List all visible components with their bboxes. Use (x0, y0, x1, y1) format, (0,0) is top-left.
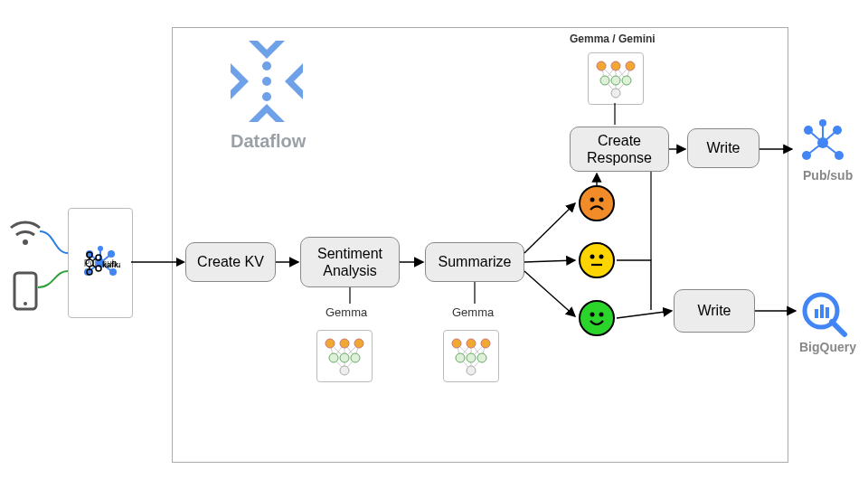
svg-point-7 (23, 239, 28, 245)
svg-rect-104 (815, 309, 818, 318)
svg-marker-3 (249, 104, 285, 122)
svg-marker-1 (231, 63, 249, 99)
face-sad (579, 185, 615, 221)
arrow-source-kv (131, 253, 185, 271)
svg-point-45 (354, 339, 363, 348)
svg-point-4 (262, 61, 271, 70)
svg-point-48 (351, 353, 360, 362)
svg-marker-0 (249, 41, 285, 59)
svg-point-5 (262, 77, 271, 86)
svg-point-43 (326, 339, 335, 348)
svg-point-79 (626, 61, 635, 70)
svg-point-90 (599, 313, 604, 317)
face-happy (579, 300, 615, 336)
svg-line-29 (92, 265, 96, 267)
svg-marker-32 (176, 258, 185, 267)
svg-text:kafka: kafka (102, 260, 120, 269)
pubsub-right-label: Pub/sub (803, 168, 853, 183)
nn-icon-2 (443, 330, 499, 382)
node-create-kv: Create KV (185, 242, 276, 282)
svg-point-89 (590, 313, 595, 317)
svg-point-64 (467, 353, 476, 362)
gemma-gemini-label: Gemma / Gemini (570, 33, 656, 45)
svg-point-78 (611, 61, 620, 70)
svg-point-47 (340, 353, 349, 362)
svg-point-25 (96, 266, 101, 271)
bigquery-icon (799, 289, 848, 338)
svg-line-99 (807, 143, 823, 155)
face-neutral (579, 242, 615, 278)
svg-point-44 (340, 339, 349, 348)
svg-point-63 (456, 353, 465, 362)
svg-line-100 (823, 143, 839, 155)
node-write-top: Write (687, 128, 760, 168)
svg-point-23 (87, 269, 92, 275)
node-create-response: Create Response (570, 127, 669, 172)
gemma-label-2: Gemma (452, 305, 494, 319)
node-sentiment: Sentiment Analysis (300, 237, 400, 287)
svg-point-86 (590, 255, 595, 259)
svg-line-98 (823, 130, 837, 143)
svg-point-87 (599, 255, 604, 259)
svg-point-46 (329, 353, 338, 362)
pubsub-icon-right (796, 117, 850, 164)
svg-point-60 (452, 339, 461, 348)
node-write-bottom: Write (674, 289, 755, 333)
svg-point-22 (86, 259, 93, 267)
kafka-icon: kafka (80, 248, 120, 278)
svg-point-81 (611, 76, 620, 85)
svg-point-85 (599, 198, 604, 202)
svg-point-61 (467, 339, 476, 348)
svg-line-97 (808, 130, 823, 143)
svg-line-28 (92, 258, 96, 261)
dataflow-title: Dataflow (231, 131, 306, 152)
svg-point-9 (24, 302, 27, 305)
svg-rect-105 (820, 305, 824, 318)
svg-point-77 (597, 61, 606, 70)
node-summarize: Summarize (425, 242, 524, 282)
svg-point-49 (340, 366, 349, 375)
svg-point-24 (96, 255, 101, 260)
svg-point-66 (467, 366, 476, 375)
svg-line-103 (832, 322, 844, 334)
svg-point-83 (611, 89, 620, 98)
svg-point-6 (262, 92, 271, 101)
source-box: Pub/sub kafka (68, 208, 133, 318)
bigquery-label: BigQuery (799, 340, 856, 354)
gemma-label-1: Gemma (326, 305, 367, 319)
dataflow-icon (231, 41, 303, 122)
svg-point-84 (590, 198, 595, 202)
svg-point-82 (622, 76, 631, 85)
svg-point-21 (87, 252, 92, 258)
wifi-icon (7, 215, 43, 248)
phone-icon (13, 271, 38, 311)
nn-icon-top (588, 52, 644, 105)
svg-point-62 (481, 339, 490, 348)
svg-rect-106 (826, 307, 829, 318)
svg-point-65 (477, 353, 486, 362)
svg-point-80 (600, 76, 609, 85)
svg-marker-2 (285, 63, 303, 99)
nn-icon-1 (316, 330, 373, 382)
